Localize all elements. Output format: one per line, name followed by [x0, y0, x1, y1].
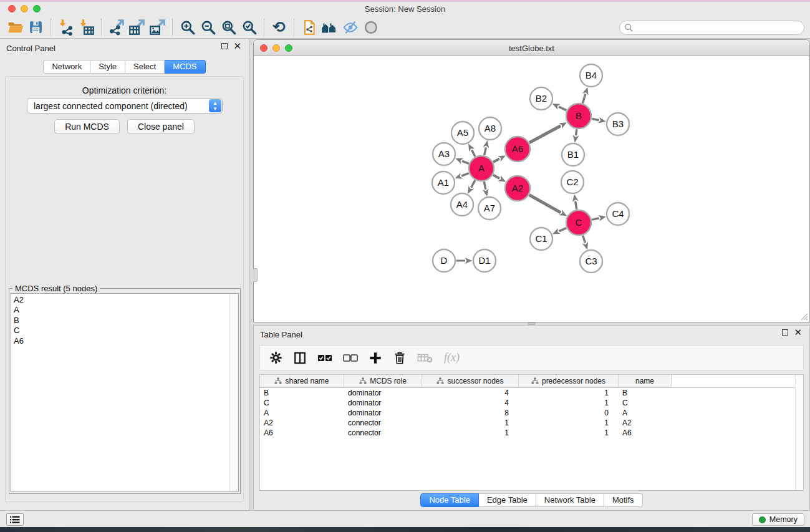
graph-edge[interactable]	[559, 107, 566, 110]
open-session-icon[interactable]	[5, 17, 26, 37]
float-panel-icon[interactable]	[221, 43, 228, 49]
table-cell[interactable]: 1	[422, 428, 519, 438]
table-row[interactable]: A6connector11A6	[260, 428, 803, 438]
graph-edge[interactable]	[493, 159, 499, 162]
mcds-result-item[interactable]: B	[14, 316, 228, 326]
refresh-network-view-icon[interactable]: ⟲	[269, 17, 289, 37]
table-cell[interactable]: A	[260, 408, 344, 418]
tab-edge-table[interactable]: Edge Table	[479, 493, 536, 507]
tab-node-table[interactable]: Node Table	[420, 493, 479, 507]
table-cell[interactable]: 1	[519, 418, 619, 428]
task-history-button[interactable]	[6, 513, 24, 526]
graph-edge[interactable]	[471, 180, 475, 188]
tab-motifs[interactable]: Motifs	[604, 493, 643, 507]
tab-style[interactable]: Style	[90, 60, 125, 74]
column-header[interactable]: MCDS role	[344, 375, 422, 388]
graph-edge[interactable]	[493, 175, 499, 178]
graph-edge[interactable]	[583, 235, 586, 243]
graph-node-C3[interactable]: C3	[580, 250, 602, 273]
tab-network-table[interactable]: Network Table	[536, 493, 604, 507]
graph-node-A4[interactable]: A4	[451, 193, 473, 216]
graph-node-B1[interactable]: B1	[562, 143, 584, 166]
create-network-from-file-icon[interactable]	[299, 17, 319, 37]
graph-node-D[interactable]: D	[433, 249, 455, 272]
mcds-result-item[interactable]: A	[14, 305, 228, 315]
table-cell[interactable]: dominator	[344, 408, 422, 418]
show-column-panel-icon[interactable]	[293, 351, 307, 365]
graph-edge[interactable]	[576, 201, 577, 210]
graph-node-A1[interactable]: A1	[432, 172, 455, 194]
table-row[interactable]: Cdominator41C	[260, 398, 803, 408]
graph-edge[interactable]	[582, 94, 586, 104]
column-header[interactable]: name	[619, 375, 672, 388]
delete-table-icon[interactable]	[417, 351, 433, 365]
table-cell[interactable]: 4	[422, 388, 519, 398]
delete-columns-icon[interactable]	[393, 351, 407, 365]
search-input[interactable]	[619, 21, 804, 35]
graph-node-A[interactable]: A	[469, 156, 494, 181]
graph-node-C2[interactable]: C2	[561, 171, 584, 193]
graph-edge[interactable]	[462, 161, 469, 163]
column-header[interactable]: predecessor nodes	[519, 375, 619, 388]
float-table-panel-icon[interactable]	[782, 329, 788, 336]
table-cell[interactable]: B	[260, 388, 344, 398]
add-column-icon[interactable]	[369, 351, 382, 365]
show-graphics-details-icon[interactable]	[360, 17, 381, 37]
table-scrollbar[interactable]	[795, 375, 803, 490]
table-cell[interactable]: A2	[619, 418, 672, 428]
table-cell[interactable]: connector	[344, 428, 422, 438]
table-cell[interactable]: C	[619, 398, 672, 408]
graph-edge[interactable]	[576, 129, 576, 135]
table-cell[interactable]: C	[260, 398, 344, 408]
zoom-selected-region-icon[interactable]	[239, 17, 259, 37]
table-cell[interactable]: dominator	[344, 388, 422, 398]
window-resize-grip[interactable]	[800, 312, 808, 321]
network-left-grip[interactable]	[253, 268, 258, 282]
graph-node-B4[interactable]: B4	[580, 64, 602, 87]
export-table-icon[interactable]	[127, 17, 147, 37]
import-table-from-file-icon[interactable]	[76, 17, 97, 37]
table-row[interactable]: Adominator80A	[260, 408, 803, 418]
graph-edge[interactable]	[559, 228, 566, 231]
optimization-criterion-dropdown[interactable]: largest connected component (directed) ▲…	[27, 98, 223, 114]
table-cell[interactable]: A6	[619, 428, 672, 438]
table-row[interactable]: Bdominator41B	[260, 388, 803, 398]
zoom-fit-content-icon[interactable]	[218, 17, 239, 37]
select-all-rows-icon[interactable]	[317, 351, 332, 365]
graph-edge[interactable]	[529, 126, 561, 143]
graph-node-B[interactable]: B	[566, 104, 591, 128]
table-cell[interactable]: 1	[422, 418, 519, 428]
mcds-result-item[interactable]: A2	[14, 295, 228, 305]
tab-mcds[interactable]: MCDS	[165, 60, 205, 74]
graph-node-C[interactable]: C	[566, 210, 591, 235]
graph-node-D1[interactable]: D1	[473, 249, 496, 272]
table-cell[interactable]: 8	[422, 408, 519, 418]
graph-node-B2[interactable]: B2	[530, 87, 552, 110]
show-network-overview-icon[interactable]	[319, 17, 340, 37]
zoom-in-icon[interactable]	[177, 17, 198, 37]
mcds-result-scrollbar[interactable]	[229, 294, 238, 491]
table-cell[interactable]: B	[619, 388, 672, 398]
graph-edge[interactable]	[484, 181, 486, 190]
graph-node-C4[interactable]: C4	[607, 203, 629, 225]
graph-node-A6[interactable]: A6	[505, 137, 530, 162]
mcds-result-item[interactable]: A6	[14, 336, 228, 346]
graph-edge[interactable]	[592, 218, 599, 220]
import-network-from-file-icon[interactable]	[55, 17, 76, 37]
export-image-icon[interactable]	[147, 17, 168, 37]
graph-node-A7[interactable]: A7	[478, 197, 501, 220]
graph-edge[interactable]	[461, 173, 469, 176]
close-panel-button[interactable]: Close panel	[127, 119, 195, 134]
graph-node-A8[interactable]: A8	[479, 117, 501, 140]
table-cell[interactable]: A2	[260, 418, 344, 428]
graph-edge[interactable]	[529, 195, 561, 213]
export-network-icon[interactable]	[106, 17, 127, 37]
graph-node-C1[interactable]: C1	[530, 228, 552, 250]
memory-button[interactable]: Memory	[752, 513, 804, 526]
zoom-out-icon[interactable]	[198, 17, 218, 37]
table-cell[interactable]: A6	[260, 428, 344, 438]
graph-node-A3[interactable]: A3	[433, 143, 455, 165]
graph-node-A2[interactable]: A2	[505, 176, 530, 201]
column-header[interactable]: successor nodes	[422, 375, 519, 388]
graph-edge[interactable]	[471, 150, 475, 157]
